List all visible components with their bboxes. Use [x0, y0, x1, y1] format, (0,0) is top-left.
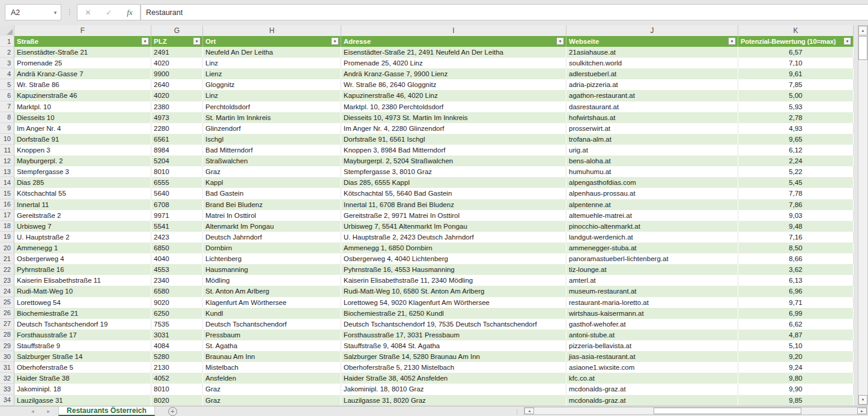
add-sheet-button[interactable]: + [168, 406, 177, 416]
cell-strasse[interactable]: Mayburgerpl. 2 [14, 155, 151, 166]
column-header-cell[interactable]: Straße▾ [14, 36, 151, 47]
name-box[interactable]: A2 ▾ [5, 4, 61, 20]
cell-plz[interactable]: 4040 [151, 253, 203, 264]
cell-bewertung[interactable]: 9,20 [738, 351, 854, 362]
cell-ort[interactable]: Graz [203, 384, 341, 394]
cell-adresse[interactable]: Kaiserin Elisabethstraße 11, 2340 Mödlin… [341, 275, 566, 286]
cell-adresse[interactable]: Ammenegg 1, 6850 Dornbirn [341, 243, 566, 253]
cell-adresse[interactable]: Eisenstädter-Straße 21, 2491 Neufeld An … [341, 47, 566, 58]
cell-adresse[interactable]: Im Anger Nr. 4, 2280 Glinzendorf [341, 123, 566, 134]
cell-plz[interactable]: 6561 [151, 134, 203, 145]
cell-ort[interactable]: Lichtenberg [203, 253, 341, 264]
cell-plz[interactable]: 4020 [151, 58, 203, 68]
cell-webseite[interactable]: pizzeria-bellavista.at [566, 340, 738, 351]
cell-plz[interactable]: 2280 [151, 123, 203, 134]
row-header-9[interactable]: 9 [0, 123, 14, 134]
cell-strasse[interactable]: Stauffstraße 9 [14, 340, 151, 351]
select-all-corner[interactable] [0, 25, 14, 36]
cell-ort[interactable]: Perchtoldsdorf [203, 101, 341, 112]
row-header-23[interactable]: 23 [0, 275, 14, 286]
column-header-G[interactable]: G [151, 25, 203, 36]
row-header-1[interactable]: 1 [0, 36, 14, 47]
cell-bewertung[interactable]: 4,93 [738, 123, 854, 134]
cell-adresse[interactable]: Dias 285, 6555 Kappl [341, 177, 566, 188]
scrollbar-resize-dots-icon[interactable]: ⋮ [514, 406, 524, 416]
cell-adresse[interactable]: Kötschachtal 55, 5640 Bad Gastein [341, 188, 566, 199]
cell-ort[interactable]: Matrei In Osttirol [203, 210, 341, 221]
cell-webseite[interactable]: gasthof-wehofer.at [566, 319, 738, 330]
horizontal-scrollbar[interactable]: ◄ ► [524, 407, 867, 415]
cell-bewertung[interactable]: 9,80 [738, 373, 854, 384]
row-header-24[interactable]: 24 [0, 286, 14, 297]
cell-plz[interactable]: 8020 [151, 395, 203, 406]
cell-webseite[interactable]: altemuehle-matrei.at [566, 210, 738, 221]
cell-bewertung[interactable]: 6,99 [738, 308, 854, 319]
cell-plz[interactable]: 8010 [151, 166, 203, 177]
cell-plz[interactable]: 2491 [151, 47, 203, 58]
cell-bewertung[interactable]: 8,66 [738, 253, 854, 264]
cell-adresse[interactable]: Andrä Kranz-Gasse 7, 9900 Lienz [341, 68, 566, 79]
column-header-cell[interactable]: Potenzial-Bewertung (10=max)▾ [738, 36, 854, 47]
cell-adresse[interactable]: Rudi-Matt-Weg 10, 6580 St. Anton Am Arlb… [341, 286, 566, 297]
row-header-26[interactable]: 26 [0, 308, 14, 319]
sheet-tab-restaurants-oesterreich[interactable]: Restaurants Österreich [58, 406, 155, 416]
cell-adresse[interactable]: Forsthausstraße 17, 3031 Pressbaum [341, 330, 566, 340]
cell-strasse[interactable]: Lorettoweg 54 [14, 297, 151, 308]
row-header-29[interactable]: 29 [0, 340, 14, 351]
cell-ort[interactable]: Dornbirn [203, 243, 341, 253]
filter-dropdown-icon[interactable]: ▾ [331, 37, 339, 45]
cell-bewertung[interactable]: 5,00 [738, 90, 854, 101]
cell-strasse[interactable]: Oberhoferstraße 5 [14, 362, 151, 373]
cell-webseite[interactable]: urig.at [566, 145, 738, 155]
cell-bewertung[interactable]: 6,62 [738, 319, 854, 330]
cell-plz[interactable]: 6555 [151, 177, 203, 188]
row-header-15[interactable]: 15 [0, 188, 14, 199]
cell-bewertung[interactable]: 5,10 [738, 340, 854, 351]
cell-bewertung[interactable]: 4,87 [738, 330, 854, 340]
cell-strasse[interactable]: Salzburger Straße 14 [14, 351, 151, 362]
column-header-J[interactable]: J [566, 25, 738, 36]
cell-ort[interactable]: Linz [203, 90, 341, 101]
column-header-cell[interactable]: Adresse▾ [341, 36, 566, 47]
column-header-H[interactable]: H [203, 25, 341, 36]
cell-bewertung[interactable]: 5,22 [738, 166, 854, 177]
cell-strasse[interactable]: Ammenegg 1 [14, 243, 151, 253]
cell-ort[interactable]: Neufeld An Der Leitha [203, 47, 341, 58]
cell-adresse[interactable]: Kapuzinerstraße 46, 4020 Linz [341, 90, 566, 101]
cell-ort[interactable]: Bad Gastein [203, 188, 341, 199]
cell-bewertung[interactable]: 9,61 [738, 68, 854, 79]
cell-webseite[interactable]: asiaone1.wixsite.com [566, 362, 738, 373]
cell-adresse[interactable]: Mayburgerpl. 2, 5204 Straßwalchen [341, 155, 566, 166]
cell-ort[interactable]: Altenmarkt Im Pongau [203, 221, 341, 232]
cell-bewertung[interactable]: 6,57 [738, 47, 854, 58]
cell-bewertung[interactable]: 8,50 [738, 243, 854, 253]
cell-adresse[interactable]: Haider Straße 38, 4052 Ansfelden [341, 373, 566, 384]
cell-strasse[interactable]: Eisenstädter-Straße 21 [14, 47, 151, 58]
cell-strasse[interactable]: Marktpl. 10 [14, 101, 151, 112]
row-header-27[interactable]: 27 [0, 319, 14, 330]
cell-strasse[interactable]: Dias 285 [14, 177, 151, 188]
cell-webseite[interactable]: alpenhaus-prossau.at [566, 188, 738, 199]
cell-adresse[interactable]: Promenade 25, 4020 Linz [341, 58, 566, 68]
cell-plz[interactable]: 4020 [151, 90, 203, 101]
sheet-nav-right-icon[interactable]: ▸ [47, 408, 50, 414]
row-header-33[interactable]: 33 [0, 384, 14, 394]
cell-plz[interactable]: 5280 [151, 351, 203, 362]
cell-adresse[interactable]: Biochemiestraße 21, 6250 Kundl [341, 308, 566, 319]
filter-dropdown-icon[interactable]: ▾ [556, 37, 564, 45]
vertical-scrollbar[interactable]: ▲ ▼ [858, 25, 868, 405]
row-header-32[interactable]: 32 [0, 373, 14, 384]
cell-plz[interactable]: 2380 [151, 101, 203, 112]
cell-webseite[interactable]: humuhumu.at [566, 166, 738, 177]
row-header-12[interactable]: 12 [0, 155, 14, 166]
cell-adresse[interactable]: Lauzilgasse 31, 8020 Graz [341, 395, 566, 406]
cell-strasse[interactable]: Rudi-Matt-Weg 10 [14, 286, 151, 297]
cell-bewertung[interactable]: 9,03 [738, 210, 854, 221]
cell-webseite[interactable]: restaurant-maria-loretto.at [566, 297, 738, 308]
row-header-14[interactable]: 14 [0, 177, 14, 188]
cell-webseite[interactable]: dasrestaurant.at [566, 101, 738, 112]
cell-adresse[interactable]: Gereitstraße 2, 9971 Matrei In Osttirol [341, 210, 566, 221]
cell-webseite[interactable]: alpengasthofdias.com [566, 177, 738, 188]
cell-plz[interactable]: 6250 [151, 308, 203, 319]
cell-webseite[interactable]: adlerstueberl.at [566, 68, 738, 79]
